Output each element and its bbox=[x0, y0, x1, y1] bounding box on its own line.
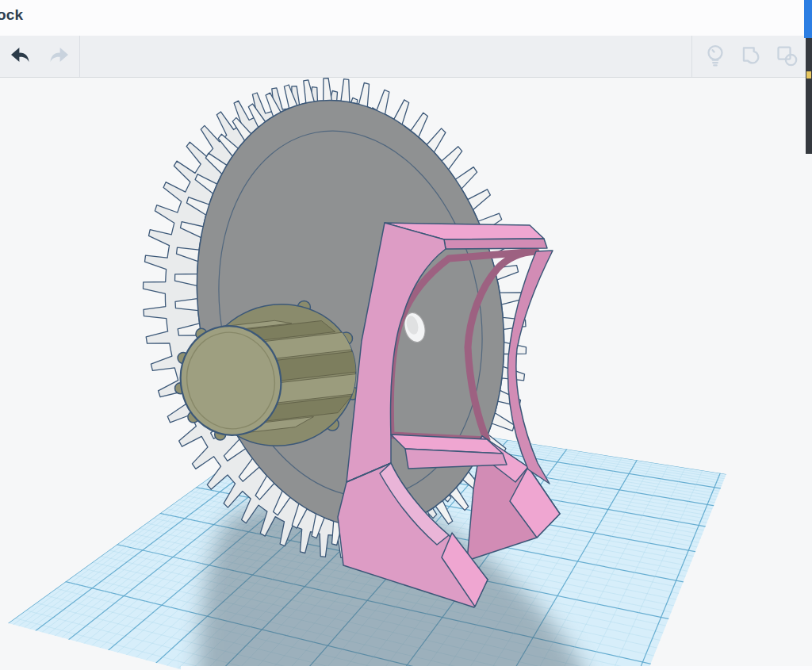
clipped-panel-yellow-mark bbox=[806, 71, 811, 78]
shape-group-icon bbox=[773, 42, 800, 71]
undo-arrow-icon bbox=[8, 44, 32, 70]
undo-button[interactable] bbox=[3, 40, 36, 73]
shape-blob-icon bbox=[737, 42, 764, 71]
bottom-edge-sliver bbox=[181, 666, 812, 670]
redo-arrow-icon bbox=[48, 44, 71, 70]
hints-button[interactable] bbox=[699, 40, 732, 73]
viewport-3d[interactable] bbox=[0, 0, 812, 670]
shape-blob-button[interactable] bbox=[734, 40, 768, 73]
scene-canvas[interactable] bbox=[0, 0, 812, 670]
clipped-panel-blue-strip bbox=[804, 0, 812, 38]
shape-group-button[interactable] bbox=[770, 40, 803, 73]
toolbar-divider bbox=[79, 36, 80, 77]
view-tools bbox=[692, 40, 812, 73]
toolbar bbox=[0, 36, 812, 78]
title-bar: ock bbox=[0, 0, 812, 36]
clipped-panel-dark-strip bbox=[806, 38, 812, 154]
lightbulb-icon bbox=[702, 42, 729, 71]
redo-button[interactable] bbox=[43, 40, 76, 73]
history-controls bbox=[0, 40, 79, 73]
project-title: ock bbox=[0, 6, 23, 24]
